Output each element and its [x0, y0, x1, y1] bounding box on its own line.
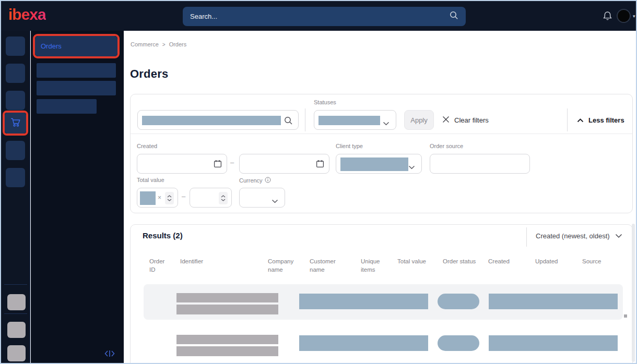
total-value-min-input[interactable]: × — [137, 188, 178, 208]
filter-divider — [305, 108, 305, 131]
sidebar-collapse-toggle[interactable] — [104, 349, 115, 360]
number-stepper[interactable] — [165, 192, 174, 204]
currency-label-text: Currency — [239, 177, 263, 184]
annotation-box-orders: Orders — [33, 34, 120, 58]
currency-label: Currency — [239, 177, 271, 184]
range-separator: – — [230, 159, 234, 166]
sort-dropdown[interactable]: Created (newest, oldest) — [536, 232, 622, 240]
topbar: ibexa Search... ▾ — [1, 1, 636, 31]
chevron-down-icon — [272, 196, 278, 205]
sidebar-bottom-placeholder-1[interactable] — [7, 294, 26, 310]
breadcrumb-commerce[interactable]: Commerce — [131, 41, 159, 47]
redacted-order-status-badge — [438, 335, 479, 351]
filter-search-input[interactable] — [137, 110, 299, 130]
redacted-search-value — [142, 116, 281, 125]
redacted-client-type-value — [340, 157, 408, 171]
main-icon-sidebar — [1, 31, 30, 363]
order-source-input[interactable] — [430, 154, 530, 174]
redacted-customer-block — [299, 294, 428, 309]
user-menu-caret-icon[interactable]: ▾ — [633, 14, 635, 19]
redacted-identifier-line-2 — [176, 346, 278, 356]
calendar-icon[interactable] — [316, 160, 324, 170]
chevron-down-icon — [383, 118, 390, 128]
redacted-order-status-badge — [438, 294, 479, 309]
app-window: ibexa Search... ▾ — [0, 0, 637, 364]
calendar-icon[interactable] — [214, 160, 222, 170]
less-filters-toggle[interactable]: Less filters — [577, 110, 624, 130]
results-panel: Results (2) Created (newest, oldest) Ord… — [130, 224, 633, 364]
column-header-total-value[interactable]: Total value — [397, 257, 437, 265]
annotation-box-cart — [3, 111, 28, 136]
column-header-order-id[interactable]: Order ID — [149, 257, 171, 274]
submenu-item-placeholder-2[interactable] — [37, 81, 116, 95]
search-icon[interactable] — [450, 11, 458, 22]
sidebar-item-placeholder-2[interactable] — [6, 64, 25, 83]
redacted-identifier-line-2 — [176, 305, 278, 314]
shopping-cart-icon — [10, 117, 21, 129]
total-value-label: Total value — [137, 177, 164, 183]
sidebar-item-commerce[interactable] — [5, 113, 26, 134]
redacted-identifier-line-1 — [176, 293, 278, 302]
avatar[interactable] — [617, 9, 631, 23]
global-search-placeholder: Search... — [190, 13, 450, 20]
column-header-order-status[interactable]: Order status — [443, 257, 487, 265]
redacted-total-value — [140, 191, 156, 205]
redacted-statuses-value — [318, 116, 380, 125]
ibexa-logo[interactable]: ibexa — [8, 6, 46, 23]
breadcrumb-separator: > — [162, 42, 166, 47]
sort-label: Created (newest, oldest) — [536, 232, 610, 240]
column-header-company-name[interactable]: Company name — [268, 257, 301, 274]
filters-row-divider — [131, 134, 632, 134]
submenu-item-label: Orders — [41, 42, 62, 50]
column-header-identifier[interactable]: Identifier — [180, 257, 238, 265]
range-separator: – — [182, 192, 185, 200]
clear-filters-button[interactable]: Clear filters — [442, 110, 489, 130]
number-stepper[interactable] — [219, 192, 228, 204]
redacted-identifier-line-1 — [176, 335, 278, 344]
client-type-label: Client type — [336, 143, 363, 149]
submenu-item-placeholder-3[interactable] — [37, 99, 97, 114]
scrollbar-track[interactable] — [632, 224, 635, 362]
order-source-label: Order source — [430, 143, 463, 149]
table-row[interactable] — [144, 326, 623, 361]
sidebar-item-placeholder-1[interactable] — [6, 37, 25, 56]
column-header-updated[interactable]: Updated — [535, 257, 567, 265]
close-icon — [442, 116, 450, 125]
filters-panel: Statuses Apply Clear filters Less fi — [130, 94, 633, 213]
less-filters-label: Less filters — [588, 116, 624, 124]
global-search-input[interactable]: Search... — [183, 7, 466, 26]
chip-remove-icon[interactable]: × — [158, 194, 161, 201]
sidebar-bottom-placeholder-2[interactable] — [7, 322, 26, 338]
statuses-label: Statuses — [314, 99, 336, 105]
column-header-customer-name[interactable]: Customer name — [310, 257, 345, 274]
column-header-source[interactable]: Source — [582, 257, 611, 265]
created-label: Created — [137, 143, 157, 149]
column-header-unique-items[interactable]: Unique items — [361, 257, 386, 274]
chevron-down-icon — [615, 232, 622, 240]
submenu-item-orders[interactable]: Orders — [35, 36, 117, 56]
redacted-customer-block — [299, 335, 428, 351]
sidebar-item-placeholder-3[interactable] — [6, 91, 25, 110]
sidebar-item-placeholder-6[interactable] — [6, 168, 25, 187]
chevron-down-icon — [408, 162, 415, 172]
client-type-dropdown[interactable] — [336, 154, 422, 174]
created-from-date-input[interactable] — [137, 154, 227, 174]
page-title: Orders — [130, 67, 168, 81]
column-header-created[interactable]: Created — [488, 257, 520, 265]
apply-button[interactable]: Apply — [404, 110, 434, 130]
resize-grip[interactable] — [624, 314, 627, 318]
sidebar-divider — [4, 313, 27, 314]
sidebar-bottom-placeholder-3[interactable] — [7, 345, 26, 361]
breadcrumb-orders[interactable]: Orders — [169, 41, 187, 47]
info-icon[interactable] — [265, 177, 271, 184]
total-value-max-input[interactable] — [190, 188, 232, 208]
table-row[interactable] — [144, 284, 623, 320]
notifications-bell-icon[interactable] — [603, 11, 612, 24]
breadcrumb: Commerce>Orders — [131, 41, 186, 47]
sidebar-item-placeholder-5[interactable] — [6, 141, 25, 160]
submenu-item-placeholder-1[interactable] — [37, 63, 116, 78]
statuses-dropdown[interactable] — [314, 110, 396, 130]
currency-dropdown[interactable] — [239, 188, 285, 208]
secondary-sidebar: Orders — [31, 31, 124, 363]
created-to-date-input[interactable] — [239, 154, 329, 174]
